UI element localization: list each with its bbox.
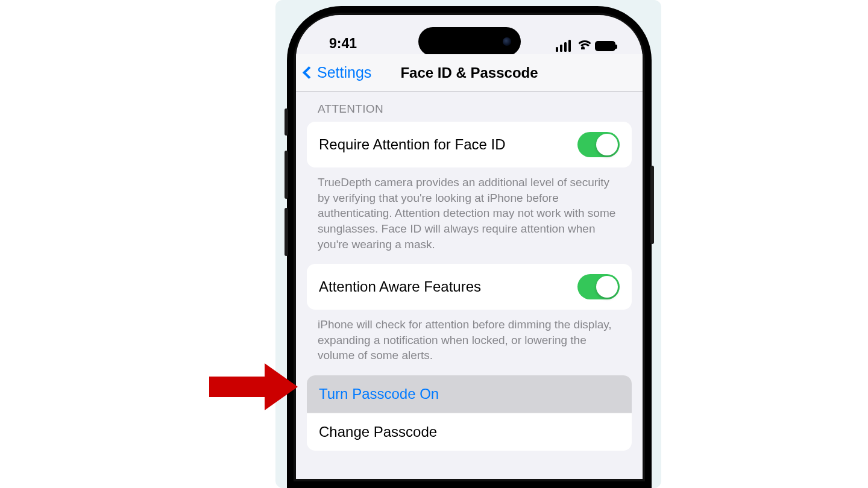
phone-frame: 9:41 Settings Face ID & Passcode ATTENTI (287, 6, 652, 488)
cellular-icon (556, 40, 571, 52)
attention-group-2: Attention Aware Features (307, 264, 632, 310)
back-button-label: Settings (317, 64, 371, 81)
status-time: 9:41 (329, 36, 357, 52)
attention-aware-footer: iPhone will check for attention before d… (296, 310, 643, 375)
turn-passcode-on-label: Turn Passcode On (319, 386, 439, 402)
section-header-attention: ATTENTION (296, 92, 643, 122)
volume-up-button (285, 151, 288, 199)
front-camera-icon (503, 37, 511, 46)
switch-knob (596, 276, 618, 298)
turn-passcode-on-button[interactable]: Turn Passcode On (307, 375, 632, 413)
require-attention-switch[interactable] (577, 132, 620, 157)
passcode-group: Turn Passcode On Change Passcode (307, 375, 632, 451)
battery-icon (595, 41, 615, 51)
navigation-bar: Settings Face ID & Passcode (296, 54, 643, 92)
attention-group-1: Require Attention for Face ID (307, 122, 632, 167)
change-passcode-label: Change Passcode (319, 424, 437, 440)
dynamic-island (418, 27, 521, 56)
wifi-icon (576, 40, 590, 51)
change-passcode-button[interactable]: Change Passcode (307, 413, 632, 451)
attention-aware-switch[interactable] (577, 274, 620, 299)
require-attention-label: Require Attention for Face ID (319, 136, 506, 153)
chevron-left-icon (303, 66, 315, 79)
back-button[interactable]: Settings (296, 64, 371, 81)
volume-down-button (285, 208, 288, 256)
silent-switch (285, 108, 288, 136)
phone-screen: 9:41 Settings Face ID & Passcode ATTENTI (296, 15, 643, 479)
require-attention-footer: TrueDepth camera provides an additional … (296, 167, 643, 264)
switch-knob (596, 134, 618, 155)
power-button (650, 166, 654, 244)
require-attention-row[interactable]: Require Attention for Face ID (307, 122, 632, 167)
attention-aware-row[interactable]: Attention Aware Features (307, 264, 632, 310)
attention-aware-label: Attention Aware Features (319, 278, 481, 295)
